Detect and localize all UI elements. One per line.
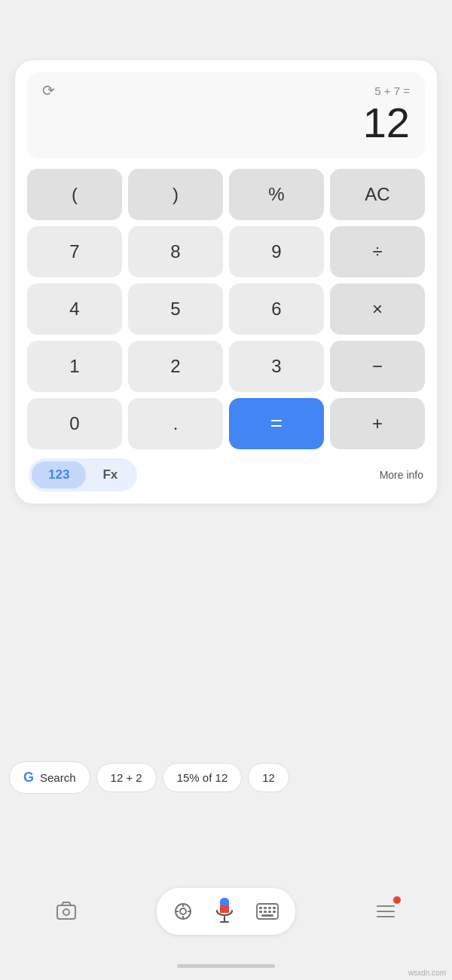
svg-rect-10 <box>220 905 229 913</box>
list-button[interactable] <box>368 893 404 929</box>
mode-123-button[interactable]: 123 <box>32 461 86 488</box>
equals-button[interactable]: = <box>229 398 324 449</box>
calc1-chip[interactable]: 12 + 2 <box>96 763 157 792</box>
mode-fx-button[interactable]: Fx <box>86 461 134 488</box>
calc-bottom: 123 Fx More info <box>27 458 425 492</box>
screenshot-icon <box>56 901 77 922</box>
svg-point-3 <box>180 908 186 914</box>
list-icon <box>376 902 396 920</box>
mode-toggle: 123 Fx <box>29 458 137 492</box>
svg-rect-21 <box>273 911 276 913</box>
clear-button[interactable]: AC <box>330 169 425 220</box>
svg-rect-15 <box>264 907 267 909</box>
keyboard-icon <box>256 903 279 920</box>
empty-area <box>0 528 452 754</box>
paren-close-button[interactable]: ) <box>128 169 223 220</box>
mic-icon <box>214 897 235 926</box>
svg-rect-20 <box>268 911 271 913</box>
search-chip[interactable]: GSearch <box>9 761 90 794</box>
more-info-button[interactable]: More info <box>380 469 423 481</box>
eight-button[interactable]: 8 <box>128 226 223 277</box>
svg-rect-17 <box>273 907 276 909</box>
button-grid: ()%AC789÷456×123−0.=+ <box>27 169 425 449</box>
google-logo: G <box>23 770 34 786</box>
calculator-display: ⟳ 5 + 7 = 12 <box>27 72 425 158</box>
divide-button[interactable]: ÷ <box>330 226 425 277</box>
plus-button[interactable]: + <box>330 398 425 449</box>
suggestion-label: 15% of 12 <box>177 771 228 784</box>
svg-rect-19 <box>264 911 267 913</box>
three-button[interactable]: 3 <box>229 341 324 392</box>
svg-rect-9 <box>220 898 229 905</box>
svg-rect-0 <box>57 905 75 919</box>
svg-rect-16 <box>268 907 271 909</box>
bottom-toolbar <box>0 888 452 935</box>
five-button[interactable]: 5 <box>128 283 223 335</box>
screenshot-button[interactable] <box>48 893 84 929</box>
nine-button[interactable]: 9 <box>229 226 324 277</box>
multiply-button[interactable]: × <box>330 283 425 335</box>
paren-open-button[interactable]: ( <box>27 169 122 220</box>
lens-icon <box>173 902 193 921</box>
lens-button[interactable] <box>163 897 203 926</box>
seven-button[interactable]: 7 <box>27 226 122 277</box>
decimal-button[interactable]: . <box>128 398 223 449</box>
result-display: 12 <box>42 100 410 146</box>
history-expression: 5 + 7 = <box>374 84 410 97</box>
keyboard-button[interactable] <box>246 899 289 924</box>
svg-point-1 <box>63 909 69 915</box>
calc3-chip[interactable]: 12 <box>248 763 289 792</box>
suggestions-bar: GSearch12 + 215% of 1212 <box>0 754 452 801</box>
mic-button[interactable] <box>203 893 246 930</box>
two-button[interactable]: 2 <box>128 341 223 392</box>
zero-button[interactable]: 0 <box>27 398 122 449</box>
one-button[interactable]: 1 <box>27 341 122 392</box>
history-icon[interactable]: ⟳ <box>42 81 55 100</box>
home-indicator <box>177 964 275 968</box>
percent-button[interactable]: % <box>229 169 324 220</box>
svg-rect-22 <box>261 914 273 917</box>
calculator-card: ⟳ 5 + 7 = 12 ()%AC789÷456×123−0.=+ 123 F… <box>15 60 437 504</box>
watermark: wsxdn.com <box>408 969 446 977</box>
suggestion-label: 12 + 2 <box>111 771 142 784</box>
calc2-chip[interactable]: 15% of 12 <box>163 763 243 792</box>
toolbar-center <box>157 888 295 935</box>
list-badge <box>393 896 401 904</box>
minus-button[interactable]: − <box>330 341 425 392</box>
six-button[interactable]: 6 <box>229 283 324 335</box>
suggestion-label: Search <box>40 771 76 784</box>
four-button[interactable]: 4 <box>27 283 122 335</box>
svg-rect-14 <box>259 907 262 909</box>
suggestion-label: 12 <box>262 771 275 784</box>
svg-rect-18 <box>259 911 262 913</box>
